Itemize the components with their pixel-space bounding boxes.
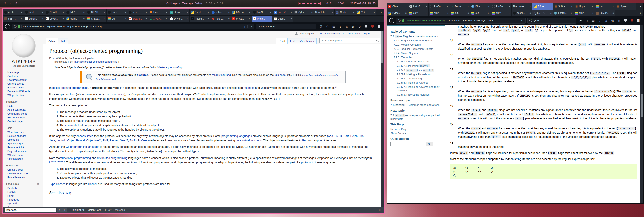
inline-link[interactable]: PHP: [102, 139, 108, 142]
home-icon[interactable]: ⌂: [345, 25, 348, 28]
sidebar-link[interactable]: 中文: [6, 206, 41, 207]
sidebar-link[interactable]: Download as PDF: [6, 172, 41, 176]
tab-close-icon[interactable]: ×: [104, 11, 105, 13]
wrench-icon[interactable]: ⚒: [579, 19, 582, 22]
tab-close-icon[interactable]: ×: [146, 11, 147, 13]
browser-tab[interactable]: Speed... ×: [615, 3, 636, 10]
inline-link[interactable]: objects: [162, 86, 172, 89]
browser-tab[interactable]: Cython: C-... ×: [532, 10, 553, 16]
next-topic-link[interactable]: 7.3. struct — Interpret strings as packe…: [390, 114, 442, 121]
inline-link[interactable]: Java: [69, 93, 75, 96]
bookmark-star-icon[interactable]: ☆: [326, 25, 329, 28]
tab-close-icon[interactable]: ×: [550, 5, 552, 8]
personal-tools-link[interactable]: Not logged in: [300, 32, 315, 35]
browser-tab[interactable]: NEATF... ×: [44, 9, 65, 15]
url-text[interactable]: https://en.wikipedia.org/wiki/Protocol_(…: [23, 25, 241, 28]
download-icon[interactable]: ↓: [339, 25, 342, 28]
browser-tab[interactable]: My Dri... ×: [148, 16, 169, 22]
wikipedia-wordmark[interactable]: WIKIPEDIA: [6, 59, 41, 64]
browser-tab[interactable]: ProFo... ×: [429, 3, 450, 10]
browser-tab[interactable]: pws-... ×: [107, 9, 128, 15]
match-case-button[interactable]: Match Case: [88, 208, 102, 211]
personal-tools-link[interactable]: Contributions: [326, 32, 340, 35]
tab-overflow-icon[interactable]: ▾: [638, 3, 643, 10]
tab-overflow-icon[interactable]: ▾: [378, 9, 384, 15]
tab-close-icon[interactable]: ×: [249, 18, 250, 20]
tab-close-icon[interactable]: ×: [488, 5, 490, 8]
media-next-icon[interactable]: ▶|: [318, 2, 321, 5]
section-edit-link[interactable]: [edit]: [66, 192, 71, 195]
inline-link[interactable]: Seed7: [120, 139, 128, 142]
browser-tab[interactable]: Pytho... ×: [387, 10, 408, 16]
tab-close-icon[interactable]: ×: [21, 11, 22, 13]
browser-tab[interactable]: pws - C... ×: [272, 9, 293, 15]
scrollbar[interactable]: [640, 25, 643, 203]
workspace-indicator[interactable]: 2 4 8: [4, 2, 18, 5]
tab-close-icon[interactable]: ×: [332, 11, 333, 13]
tab-close-icon[interactable]: ×: [249, 11, 250, 13]
scrollbar-thumb[interactable]: [640, 94, 643, 117]
new-tab-button[interactable]: +: [638, 10, 643, 16]
clipboard-icon[interactable]: ▤: [332, 25, 336, 28]
personal-tools-link[interactable]: Log in: [363, 32, 370, 35]
sidebar-link[interactable]: Recent changes: [6, 116, 41, 120]
browser-tab[interactable]: 26.2. ... ×: [356, 9, 376, 15]
wikipedia-globe-logo[interactable]: [12, 34, 36, 57]
browser-tab[interactable]: Clio - ... ×: [387, 3, 408, 10]
tab-close-icon[interactable]: ×: [612, 12, 614, 14]
inline-link[interactable]: Racket: [110, 139, 118, 142]
toc-link[interactable]: 7.2.5.5. Text Munging: [397, 77, 442, 80]
menu-icon[interactable]: ☰: [637, 19, 640, 22]
browser-tab[interactable]: Heel d... ×: [190, 16, 210, 22]
toc-link[interactable]: 7.2.5.2. Simulating scanf(): [397, 64, 442, 68]
back-button[interactable]: ←: [389, 18, 394, 23]
sidebar-link[interactable]: Polski: [6, 194, 41, 198]
highlight-all-button[interactable]: Highlight All: [71, 208, 84, 211]
this-page-link[interactable]: Show Source: [390, 132, 442, 135]
tab-close-icon[interactable]: ×: [633, 5, 634, 8]
inline-link[interactable]: Go programming language: [66, 145, 100, 149]
browser-tab[interactable]: Cijfer... ×: [293, 9, 314, 15]
toc-link[interactable]: 7.2.5.3. search() vs. match(): [397, 68, 442, 72]
shield-icon[interactable]: [364, 25, 368, 28]
browser-tab[interactable]: The Unrea... ×: [512, 3, 532, 10]
sidebar-link[interactable]: Wikidata item: [6, 153, 41, 157]
find-input[interactable]: [5, 208, 56, 212]
sidebar-link[interactable]: Special pages: [6, 142, 41, 146]
inline-link[interactable]: Type classes: [49, 183, 66, 186]
sidebar-link[interactable]: What links here: [6, 130, 41, 134]
tab-close-icon[interactable]: ×: [187, 11, 188, 13]
tab-close-icon[interactable]: ×: [146, 18, 147, 20]
inline-link[interactable]: encapsulated: [76, 134, 93, 138]
inline-link[interactable]: talk page: [274, 73, 286, 76]
page-info-icon[interactable]: ⓘ: [14, 25, 16, 28]
home-icon[interactable]: ⌂: [604, 19, 608, 22]
tab-close-icon[interactable]: ×: [571, 5, 572, 8]
browser-tab[interactable]: Terms... ×: [450, 3, 470, 10]
tab-close-icon[interactable]: ×: [447, 12, 448, 14]
sidebar-link[interactable]: Community portal: [6, 112, 41, 116]
toc-link[interactable]: 7.2.4. Match Objects: [394, 51, 442, 55]
url-bar[interactable]: ⓘ Python Software Foundation (US) https:…: [396, 18, 526, 23]
tab-close-icon[interactable]: ×: [228, 18, 230, 20]
browser-tab[interactable]: Proto... ×: [252, 16, 272, 22]
tab-close-icon[interactable]: ×: [104, 18, 105, 20]
inline-link[interactable]: D: [340, 134, 342, 138]
tab-close-icon[interactable]: ×: [509, 5, 510, 8]
browser-tab[interactable]: neat-... ×: [3, 9, 24, 15]
find-next-icon[interactable]: ∨: [62, 208, 68, 212]
toc-heading[interactable]: Table Of Contents: [390, 30, 442, 33]
inline-link[interactable]: Go: [360, 134, 364, 138]
media-play-icon[interactable]: ▶: [310, 2, 312, 5]
toc-link[interactable]: 7.2.3. Regular Expression Objects: [394, 47, 442, 51]
browser-tab[interactable]: googl... ×: [512, 10, 532, 16]
sidebar-link[interactable]: Contact page: [6, 120, 41, 123]
sidebar-link[interactable]: Related changes: [6, 134, 41, 138]
page-tab[interactable]: Talk: [58, 38, 68, 44]
sidebar-link[interactable]: Printable version: [6, 176, 41, 180]
tab-close-icon[interactable]: ×: [468, 12, 469, 14]
url-text[interactable]: https://docs.python.org/2/library/re.htm…: [448, 19, 512, 22]
tab-close-icon[interactable]: ×: [592, 12, 593, 14]
reader-mode-icon[interactable]: ▯: [514, 19, 517, 22]
browser-tab[interactable]: rena... ×: [128, 9, 148, 15]
